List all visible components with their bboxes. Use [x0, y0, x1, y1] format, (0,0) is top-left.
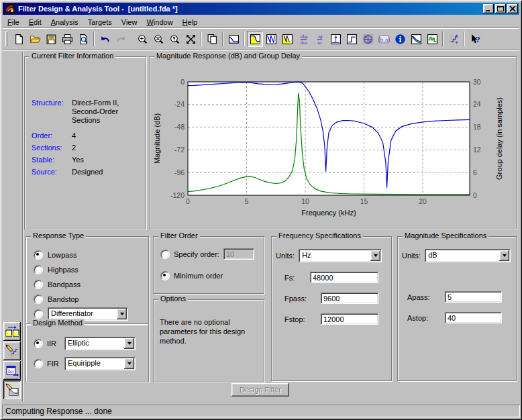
radio-lowpass[interactable] — [34, 250, 43, 260]
menu-help[interactable]: Help — [182, 18, 198, 26]
minimize-button[interactable] — [483, 4, 494, 13]
option-label: FIR — [47, 360, 60, 368]
specify-order-radio[interactable] — [160, 250, 170, 259]
zoom-x-button[interactable] — [150, 31, 166, 47]
group-delay-response-button[interactable]: -dφdω — [295, 31, 311, 47]
astop-input[interactable] — [445, 312, 502, 323]
new-file-icon — [13, 34, 25, 45]
filter-manager-button[interactable] — [225, 31, 242, 47]
import-filter-icon: ba — [5, 364, 19, 378]
chevron-down-icon[interactable] — [370, 250, 380, 261]
chevron-down-icon[interactable] — [117, 309, 127, 319]
pole-zero-icon — [362, 34, 374, 45]
maximize-button[interactable] — [495, 4, 506, 13]
print-button[interactable] — [59, 31, 75, 47]
menu-targets[interactable]: Targets — [88, 18, 112, 26]
save-button[interactable] — [43, 31, 59, 47]
frequency-units-label: Units: — [276, 252, 295, 260]
radio-fir[interactable] — [34, 359, 43, 368]
magnitude-response-icon — [250, 34, 261, 45]
astop-label: Astop: — [407, 314, 441, 322]
copy-pages-icon — [207, 34, 218, 45]
magnitude-estimate-button[interactable] — [408, 31, 424, 47]
pole-zero-plot-button[interactable] — [360, 31, 376, 47]
zoom-y-button[interactable] — [166, 31, 182, 47]
print-to-figure-button[interactable] — [204, 31, 220, 47]
menu-window[interactable]: Window — [146, 18, 172, 26]
noise-power-icon — [427, 34, 438, 45]
fs-row: Fs: — [284, 272, 378, 283]
svg-text:15: 15 — [360, 197, 368, 205]
apass-input[interactable] — [445, 291, 502, 303]
print-preview-icon — [78, 34, 89, 45]
step-response-button[interactable] — [344, 31, 360, 47]
impulse-response-button[interactable] — [327, 31, 344, 47]
mode-sidebar: ba — [3, 52, 22, 401]
chevron-down-icon[interactable] — [124, 358, 134, 369]
phase-delay-button[interactable]: -φω — [311, 31, 327, 47]
response-type-option: Highpass — [34, 262, 143, 277]
minimum-order-row: Minimum order — [160, 271, 223, 280]
menu-file[interactable]: File — [7, 18, 19, 26]
fir-method-combobox[interactable]: Equiripple — [64, 357, 136, 370]
print-preview-button[interactable] — [75, 31, 91, 47]
radio-iir[interactable] — [34, 339, 43, 348]
radio-bandstop[interactable] — [34, 295, 43, 304]
radio-bandpass[interactable] — [34, 280, 43, 289]
full-view-analysis-button[interactable] — [446, 31, 462, 47]
svg-text:?: ? — [475, 35, 480, 44]
magnitude-estimate-icon — [411, 34, 422, 45]
filter-info-value: Yes — [72, 156, 84, 164]
close-button[interactable] — [507, 4, 518, 13]
pole-zero-editor-button[interactable] — [3, 342, 21, 360]
radio-highpass[interactable] — [34, 265, 43, 274]
chevron-down-icon[interactable] — [124, 338, 134, 349]
menu-view[interactable]: View — [121, 18, 138, 26]
frequency-units-combobox[interactable]: Hz — [299, 249, 382, 262]
whats-this-help-button[interactable]: ? — [467, 31, 483, 47]
fpass-row: Fpass: — [284, 293, 378, 304]
response-type-panel: Response Type LowpassHighpassBandpassBan… — [25, 236, 149, 325]
zoom-in-button[interactable] — [134, 31, 150, 47]
minimum-order-radio[interactable] — [160, 271, 170, 280]
magnitude-and-phase-button[interactable] — [279, 31, 295, 47]
noise-power-spectrum-button[interactable] — [424, 31, 440, 47]
menu-edit[interactable]: Edit — [29, 18, 42, 26]
iir-method-combobox[interactable]: Elliptic — [64, 337, 136, 350]
specify-order-input[interactable] — [223, 248, 254, 260]
zoom-y-icon — [169, 34, 180, 45]
transform-filter-button[interactable] — [3, 322, 21, 341]
filter-coefficients-button[interactable]: [b,a] — [376, 31, 392, 47]
magnitude-units-combobox[interactable]: dB — [425, 249, 511, 262]
redo-icon — [115, 34, 127, 45]
phase-response-button[interactable] — [263, 31, 279, 47]
open-file-button[interactable] — [27, 31, 43, 47]
print-icon — [62, 34, 73, 45]
fdatool-window: Filter Design & Analysis Tool - [untitle… — [0, 0, 522, 420]
filter-info-row: Structure:Direct-Form II, Second-Order S… — [32, 99, 142, 125]
chevron-down-icon[interactable] — [499, 250, 509, 261]
filter-information-button[interactable]: i — [392, 31, 408, 47]
magnitude-response-button[interactable] — [247, 31, 263, 47]
design-filter-mode-button[interactable] — [3, 380, 21, 399]
filter-info-row: Source:Designed — [32, 168, 142, 176]
fstop-input[interactable] — [321, 313, 378, 325]
fpass-label: Fpass: — [284, 295, 317, 303]
fpass-input[interactable] — [321, 293, 378, 304]
toolbar-drag-handle[interactable] — [5, 32, 7, 46]
frequency-specifications-panel: Frequency Specifications Units: Hz Fs:Fp… — [271, 236, 392, 381]
undo-button[interactable] — [97, 31, 113, 47]
radio-differentiator[interactable] — [34, 309, 43, 319]
fs-input[interactable] — [310, 272, 378, 283]
menu-analysis[interactable]: Analysis — [51, 18, 79, 26]
redo-button[interactable] — [113, 31, 129, 47]
app-icon — [5, 3, 15, 14]
import-filter-button[interactable]: ba — [3, 361, 21, 380]
window-title: Filter Design & Analysis Tool - [untitle… — [18, 5, 178, 13]
design-filter-button[interactable]: Design Filter — [231, 383, 289, 397]
magnitude-units-label: Units: — [402, 252, 421, 260]
panel-title: Design Method — [31, 319, 85, 327]
new-file-button[interactable] — [11, 31, 27, 47]
frequency-units-row: Units: Hz — [276, 249, 382, 262]
full-view-button[interactable] — [182, 31, 199, 47]
